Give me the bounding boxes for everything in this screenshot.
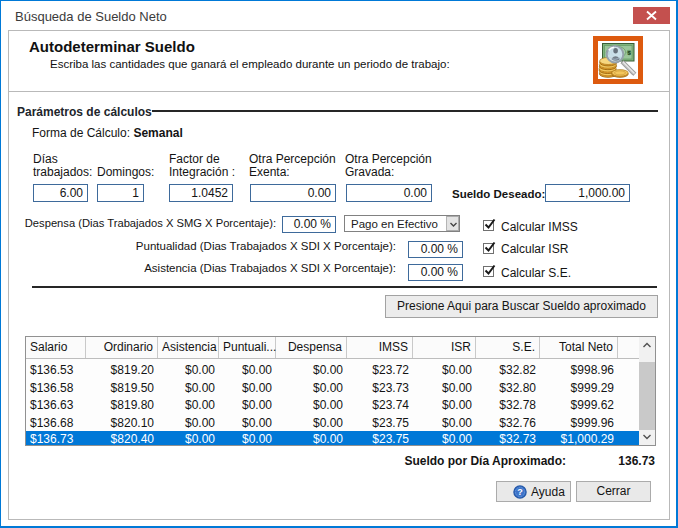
svg-text:?: ? <box>517 487 523 497</box>
